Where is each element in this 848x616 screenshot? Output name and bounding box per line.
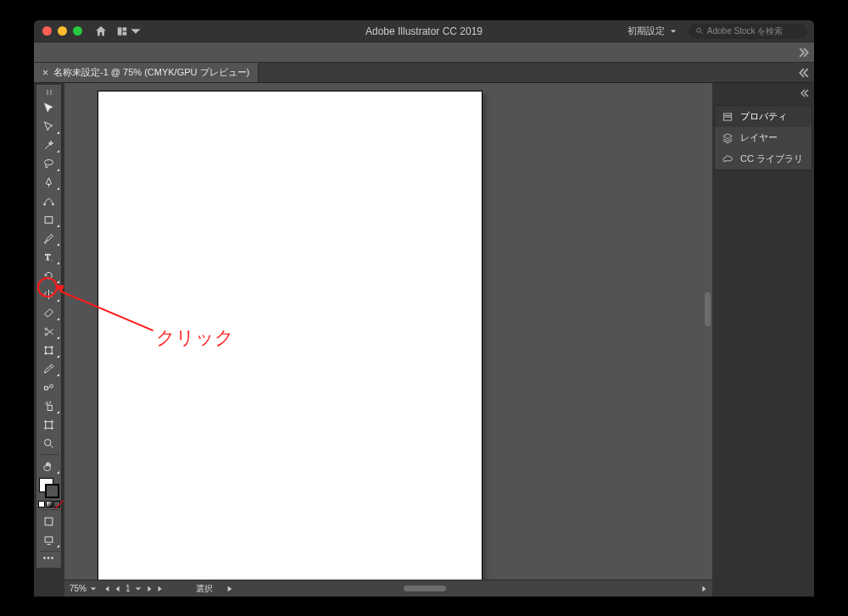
svg-rect-1 bbox=[123, 27, 127, 31]
play-icon[interactable] bbox=[226, 585, 233, 592]
svg-line-23 bbox=[50, 445, 53, 447]
tool-hand[interactable] bbox=[37, 457, 61, 475]
first-artboard-icon[interactable] bbox=[103, 585, 110, 592]
svg-point-17 bbox=[51, 352, 53, 354]
svg-point-7 bbox=[53, 203, 54, 205]
workspace-switcher[interactable]: 初期設定 bbox=[622, 23, 682, 39]
svg-rect-18 bbox=[45, 386, 48, 390]
svg-rect-8 bbox=[45, 216, 53, 223]
svg-point-3 bbox=[697, 28, 701, 32]
tool-lasso[interactable] bbox=[37, 154, 61, 173]
minimize-window-button[interactable] bbox=[58, 26, 67, 36]
tool-eraser[interactable] bbox=[37, 303, 61, 322]
document-tab[interactable]: × 名称未設定-1 @ 75% (CMYK/GPU プレビュー) bbox=[34, 63, 259, 82]
control-bar bbox=[34, 42, 814, 63]
close-window-button[interactable] bbox=[42, 26, 52, 36]
tools-grip[interactable] bbox=[40, 90, 59, 95]
chevron-right-icon[interactable] bbox=[700, 585, 707, 592]
svg-rect-0 bbox=[118, 27, 122, 35]
canvas-viewport[interactable] bbox=[64, 83, 712, 580]
tool-curvature[interactable] bbox=[37, 191, 61, 210]
workspace-label: 初期設定 bbox=[628, 25, 665, 37]
search-input[interactable] bbox=[707, 26, 801, 36]
tool-eyedropper[interactable] bbox=[37, 359, 61, 378]
svg-rect-25 bbox=[45, 536, 53, 541]
screen-mode[interactable] bbox=[37, 530, 61, 549]
panel-tab-layers[interactable]: レイヤー bbox=[715, 127, 812, 148]
tool-zoom[interactable] bbox=[37, 434, 61, 452]
arrange-documents-button[interactable] bbox=[113, 24, 145, 39]
tools-panel: T ••• bbox=[36, 85, 62, 568]
tool-free-transform[interactable] bbox=[37, 341, 61, 359]
next-artboard-icon[interactable] bbox=[146, 585, 153, 592]
adobe-stock-search[interactable] bbox=[689, 24, 807, 39]
scrollbar-thumb[interactable] bbox=[404, 585, 446, 591]
svg-point-5 bbox=[45, 159, 53, 164]
svg-point-6 bbox=[44, 203, 46, 205]
svg-rect-21 bbox=[46, 421, 53, 428]
home-icon[interactable] bbox=[94, 25, 108, 38]
zoom-selector[interactable]: 75% bbox=[70, 584, 97, 593]
tool-rotate[interactable] bbox=[37, 266, 61, 285]
horizontal-scrollbar[interactable] bbox=[248, 585, 694, 592]
artboard-index[interactable]: 1 bbox=[126, 584, 131, 593]
artboard[interactable] bbox=[98, 92, 482, 580]
cloud-icon bbox=[722, 153, 734, 165]
collapse-panel-icon[interactable] bbox=[799, 68, 809, 78]
tool-type[interactable]: T bbox=[37, 247, 61, 266]
tool-selection[interactable] bbox=[37, 98, 61, 117]
vertical-scrollbar[interactable] bbox=[705, 90, 711, 573]
scrollbar-thumb[interactable] bbox=[705, 292, 711, 326]
svg-point-22 bbox=[45, 439, 52, 446]
collapse-panel-icon[interactable] bbox=[801, 89, 809, 97]
titlebar: Adobe Illustrator CC 2019 初期設定 bbox=[34, 20, 814, 42]
tool-direct-selection[interactable] bbox=[37, 117, 61, 136]
svg-rect-20 bbox=[47, 405, 52, 410]
artboard-navigator: 1 bbox=[103, 584, 164, 593]
color-mode-gradient[interactable] bbox=[46, 501, 53, 508]
color-mode-none[interactable] bbox=[53, 501, 60, 508]
close-tab-icon[interactable]: × bbox=[42, 67, 48, 79]
properties-icon bbox=[722, 111, 734, 123]
app-window: Adobe Illustrator CC 2019 初期設定 × 名称未設定-1… bbox=[34, 20, 814, 597]
workspace-body: T ••• bbox=[34, 83, 814, 597]
last-artboard-icon[interactable] bbox=[157, 585, 164, 592]
svg-rect-27 bbox=[723, 113, 731, 114]
fill-stroke-swatches[interactable] bbox=[37, 477, 61, 499]
svg-rect-13 bbox=[46, 347, 53, 353]
document-tabbar: × 名称未設定-1 @ 75% (CMYK/GPU プレビュー) bbox=[34, 63, 814, 83]
svg-line-4 bbox=[700, 32, 702, 34]
tool-paintbrush[interactable] bbox=[37, 229, 61, 247]
tool-blend[interactable] bbox=[37, 378, 61, 397]
svg-text:T: T bbox=[45, 253, 50, 262]
tool-rectangle[interactable] bbox=[37, 210, 61, 229]
tool-artboard[interactable] bbox=[37, 415, 61, 434]
panel-tab-properties[interactable]: プロパティ bbox=[715, 106, 812, 127]
svg-point-14 bbox=[45, 346, 47, 347]
panel-tab-label: プロパティ bbox=[740, 110, 787, 123]
stroke-swatch[interactable] bbox=[45, 484, 59, 498]
tool-reflect[interactable] bbox=[37, 285, 61, 303]
tool-scissors[interactable] bbox=[37, 322, 61, 341]
tool-symbol-sprayer[interactable] bbox=[37, 397, 61, 415]
svg-rect-24 bbox=[45, 518, 53, 525]
chevron-down-icon bbox=[670, 28, 677, 35]
zoom-window-button[interactable] bbox=[73, 26, 82, 36]
draw-mode-normal[interactable] bbox=[37, 512, 61, 530]
prev-artboard-icon[interactable] bbox=[114, 585, 121, 592]
panel-tab-libraries[interactable]: CC ライブラリ bbox=[715, 148, 812, 169]
zoom-value: 75% bbox=[70, 584, 86, 593]
document-tab-label: 名称未設定-1 @ 75% (CMYK/GPU プレビュー) bbox=[53, 66, 249, 79]
tool-pen[interactable] bbox=[37, 173, 61, 191]
selection-label: 選択 bbox=[196, 583, 213, 595]
expand-panels-icon[interactable] bbox=[799, 47, 809, 58]
title-icons bbox=[94, 24, 145, 39]
edit-toolbar-button[interactable]: ••• bbox=[41, 553, 58, 563]
panel-tab-label: CC ライブラリ bbox=[740, 153, 803, 165]
tool-magic-wand[interactable] bbox=[37, 136, 61, 154]
svg-rect-2 bbox=[123, 31, 127, 35]
color-mode-color[interactable] bbox=[38, 501, 45, 508]
search-icon bbox=[695, 26, 704, 36]
chevron-down-icon[interactable] bbox=[135, 585, 142, 592]
panel-tab-label: レイヤー bbox=[740, 131, 778, 144]
